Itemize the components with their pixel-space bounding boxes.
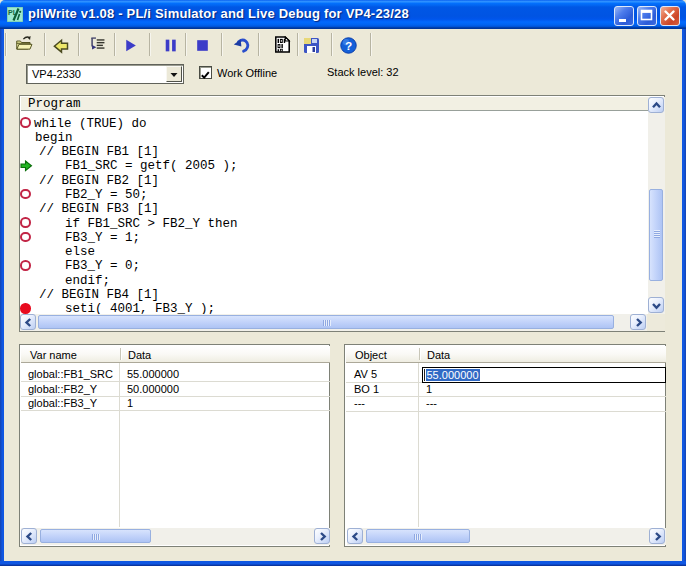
svg-text:?: ?: [345, 39, 352, 53]
